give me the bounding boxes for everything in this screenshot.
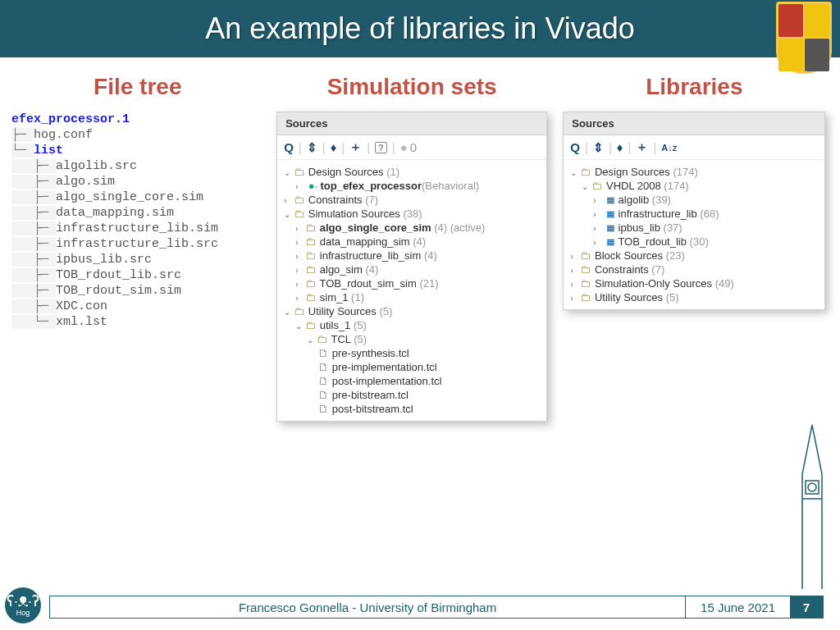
tree-node[interactable]: 🗋 pre-bitstream.tcl [281, 388, 543, 402]
tree-node[interactable]: ›🗀 sim_1 (1) [281, 290, 543, 304]
expand-icon[interactable]: ♦ [331, 140, 337, 154]
panel-header: Sources [277, 112, 546, 135]
tree-node[interactable]: ⌄🗀 utils_1 (5) [281, 318, 543, 332]
tree-node[interactable]: ›🗀 data_mapping_sim (4) [281, 235, 543, 249]
help-icon[interactable]: ? [375, 142, 387, 153]
tree-node[interactable]: 🗋 pre-implementation.tcl [281, 360, 543, 374]
list-item: list [34, 144, 63, 158]
libs-tree: ⌄🗀 Design Sources (174) ⌄🗀 VHDL 2008 (17… [564, 160, 824, 309]
svg-point-1 [808, 483, 816, 491]
sort-icon[interactable]: A↓Z [661, 143, 677, 153]
list-item: TOB_rdout_sim.sim [56, 284, 181, 298]
filetree-heading: File tree [94, 74, 181, 100]
list-item: XDC.con [56, 299, 107, 313]
add-icon[interactable]: ＋ [636, 139, 648, 155]
list-item: data_mapping.sim [56, 206, 174, 220]
tree-node[interactable]: ›🗀 Constraints (7) [281, 193, 543, 207]
tree-node[interactable]: 🗋 pre-synthesis.tcl [281, 346, 543, 360]
clocktower-icon [794, 417, 830, 589]
footer-author: Francesco Gonnella - University of Birmi… [50, 600, 685, 614]
filetree-column: File tree efex_processor.1 ├─ hog.conf └… [8, 74, 267, 422]
hog-logo-icon: ʕ·ᴥ·ʔ Hog [5, 587, 41, 623]
list-item: algo.sim [56, 175, 115, 189]
search-icon[interactable]: Q [284, 140, 294, 154]
tree-node[interactable]: › ≣ infrastructure_lib (68) [567, 207, 821, 221]
tree-node[interactable]: ›🗀 algo_single_core_sim (4) (active) [281, 221, 543, 235]
tree-node[interactable]: ›🗀 TOB_rdout_sim_sim (21) [281, 276, 543, 290]
tree-node[interactable]: › ≣ ipbus_lib (37) [567, 221, 821, 235]
footer-date: 15 June 2021 [685, 596, 790, 618]
list-item: TOB_rdout_lib.src [56, 268, 181, 282]
tree-node[interactable]: ⌄🗀 Utility Sources (5) [281, 304, 543, 318]
list-item: xml.lst [56, 315, 107, 329]
list-item: algolib.src [56, 159, 137, 173]
tree-node[interactable]: ⌄🗀 Design Sources (1) [281, 165, 543, 179]
add-icon[interactable]: ＋ [349, 139, 362, 155]
tree-node[interactable]: ›🗀 Block Sources (23) [567, 249, 821, 262]
list-item: algo_single_core.sim [56, 190, 203, 204]
tree-node[interactable]: ⌄🗀 Design Sources (174) [567, 165, 821, 179]
list-item: infrastructure_lib.sim [56, 221, 218, 235]
list-item: ipbus_lib.src [56, 253, 152, 267]
tree-node[interactable]: 🗋 post-implementation.tcl [281, 374, 543, 388]
title-bar: An example of libraries in Vivado [0, 0, 840, 57]
tree-node[interactable]: ›🗀 Utility Sources (5) [567, 290, 821, 304]
footer-page: 7 [790, 596, 823, 618]
collapse-icon[interactable]: ⇕ [307, 140, 317, 155]
list-item: hog.conf [34, 128, 93, 142]
libs-heading: Libraries [646, 74, 742, 100]
collapse-icon[interactable]: ⇕ [593, 140, 604, 155]
university-crest-icon [776, 2, 832, 74]
tree-node[interactable]: 🗋 post-bitstream.tcl [281, 402, 543, 416]
filetree-root: efex_processor.1 [11, 112, 218, 127]
filetree: efex_processor.1 ├─ hog.conf └─ list ├─ … [8, 112, 218, 330]
tree-node[interactable]: ⌄🗀 TCL (5) [281, 332, 543, 346]
slide-title: An example of libraries in Vivado [205, 11, 635, 46]
tree-node[interactable]: › ●▫ top_efex_processor(Behavioral) [281, 179, 543, 193]
status-badge: ●0 [400, 140, 417, 154]
sources-panel-lib: Sources Q | ⇕ | ♦ | ＋ | A↓Z ⌄🗀 Design So… [563, 112, 825, 310]
panel-toolbar: Q | ⇕ | ♦ | ＋ | A↓Z [564, 135, 824, 160]
tree-node[interactable]: ›🗀 algo_sim (4) [281, 262, 543, 276]
tree-node[interactable]: › ≣ TOB_rdout_lib (30) [567, 235, 821, 249]
list-item: infrastructure_lib.src [56, 237, 218, 251]
tree-node[interactable]: › ≣ algolib (39) [567, 193, 821, 207]
sources-tree: ⌄🗀 Design Sources (1) › ●▫ top_efex_proc… [277, 160, 546, 421]
logo-label: Hog [16, 609, 30, 617]
tree-node[interactable]: ›🗀 infrastructure_lib_sim (4) [281, 249, 543, 262]
search-icon[interactable]: Q [570, 140, 580, 154]
simsets-heading: Simulation sets [327, 74, 497, 100]
footer: Francesco Gonnella - University of Birmi… [49, 596, 824, 619]
libs-column: Libraries Sources Q | ⇕ | ♦ | ＋ | A↓Z ⌄🗀… [557, 74, 832, 422]
panel-toolbar: Q | ⇕ | ♦ | ＋ | ? | ●0 [277, 135, 546, 160]
tree-node[interactable]: ⌄🗀 VHDL 2008 (174) [567, 179, 821, 193]
expand-icon[interactable]: ♦ [617, 140, 623, 154]
tree-node[interactable]: ⌄🗀 Simulation Sources (38) [281, 207, 543, 221]
sources-panel-sim: Sources Q | ⇕ | ♦ | ＋ | ? | ●0 ⌄🗀 Design… [276, 112, 547, 422]
panel-header: Sources [564, 112, 824, 135]
tree-node[interactable]: ›🗀 Constraints (7) [567, 262, 821, 276]
content-area: File tree efex_processor.1 ├─ hog.conf └… [0, 57, 840, 422]
tree-node[interactable]: ›🗀 Simulation-Only Sources (49) [567, 276, 821, 290]
simsets-column: Simulation sets Sources Q | ⇕ | ♦ | ＋ | … [271, 74, 554, 422]
